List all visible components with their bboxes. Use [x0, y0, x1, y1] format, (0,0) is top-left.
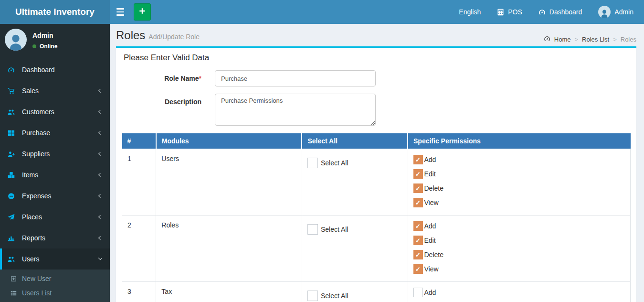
row-number: 2 — [122, 216, 156, 282]
select-all-checkbox[interactable] — [307, 224, 318, 235]
select-all-checkbox[interactable] — [307, 158, 318, 168]
nav-link-pos[interactable]: POS — [497, 8, 522, 16]
sidebar-item-reports[interactable]: Reports — [0, 227, 110, 248]
permission-checkbox[interactable] — [413, 221, 423, 231]
permission-view[interactable]: View — [413, 198, 625, 207]
select-all-label: Select All — [321, 226, 348, 233]
gauge-icon — [538, 9, 546, 16]
permission-checkbox[interactable] — [413, 198, 423, 207]
brand-logo[interactable]: Ultimate Inventory — [0, 0, 110, 24]
panel-title: Please Enter Valid Data — [116, 48, 636, 66]
cart-icon — [8, 87, 20, 95]
sidebar-item-expenses[interactable]: Expenses — [0, 185, 110, 206]
users-icon — [8, 108, 20, 116]
sidebar-item-dashboard[interactable]: Dashboard — [0, 59, 110, 80]
breadcrumb-separator: > — [574, 36, 578, 43]
table-row: 2RolesSelect AllAddEditDeleteView — [122, 216, 631, 282]
sidebar-item-customers[interactable]: Customers — [0, 101, 110, 122]
permission-checkbox[interactable] — [413, 250, 423, 259]
sidebar-item-users[interactable]: Users — [0, 248, 110, 270]
sidebar-subitem-roles-list[interactable]: Roles List — [0, 300, 110, 302]
table-header-specific-permissions: Specific Permissions — [408, 133, 631, 149]
permission-checkbox[interactable] — [413, 183, 423, 193]
permission-checkbox[interactable] — [413, 288, 423, 297]
role-name-input[interactable] — [215, 70, 376, 86]
online-status-icon — [32, 44, 36, 48]
user-plus-icon — [8, 151, 20, 158]
permission-checkbox[interactable] — [413, 236, 423, 245]
table-header-row: #ModulesSelect AllSpecific Permissions — [122, 133, 631, 149]
role-name-label: Role Name* — [122, 70, 201, 86]
chevron-left-icon — [98, 131, 103, 135]
table-header-num: # — [122, 133, 156, 149]
permission-delete[interactable]: Delete — [413, 250, 625, 259]
plus-square-icon — [11, 276, 22, 282]
row-number: 1 — [122, 149, 156, 216]
sidebar-submenu-users: New UserUsers ListRoles List — [0, 270, 110, 302]
nav-link-dashboard[interactable]: Dashboard — [538, 8, 582, 16]
sidebar-user-name: Admin — [32, 32, 57, 39]
page-title: Roles — [116, 29, 145, 42]
bar-chart-icon — [8, 235, 20, 242]
chevron-left-icon — [98, 173, 103, 177]
navbar-avatar — [598, 6, 611, 18]
permission-checkbox[interactable] — [413, 155, 423, 164]
page-subtitle: Add/Update Role — [148, 33, 200, 41]
minus-circle-icon — [8, 193, 20, 200]
permission-add[interactable]: Add — [413, 221, 625, 231]
breadcrumb-item-home[interactable]: Home — [554, 36, 571, 43]
sidebar-item-places[interactable]: Places — [0, 206, 110, 227]
sidebar-toggle-button[interactable] — [110, 0, 131, 24]
role-name-group: Role Name* — [122, 70, 631, 86]
chevron-left-icon — [98, 236, 103, 240]
permission-view[interactable]: View — [413, 264, 625, 274]
permission-checkbox[interactable] — [413, 264, 423, 274]
breadcrumb-separator: > — [613, 36, 617, 43]
nav-link-admin[interactable]: Admin — [598, 6, 633, 18]
user-avatar — [5, 29, 27, 51]
select-all-label: Select All — [321, 159, 348, 167]
chevron-left-icon — [98, 215, 103, 219]
main-content: RolesAdd/Update Role Home>Roles List>Rol… — [110, 24, 644, 302]
chevron-left-icon — [98, 194, 103, 198]
sidebar-subitem-users-list[interactable]: Users List — [0, 286, 110, 300]
navbar-body: EnglishPOSDashboardAdmin — [110, 0, 644, 24]
paper-plane-icon — [8, 214, 20, 221]
roles-panel: Please Enter Valid Data Role Name* Descr… — [116, 46, 636, 302]
breadcrumb-item-roles-list[interactable]: Roles List — [582, 36, 609, 43]
quick-add-button[interactable] — [134, 3, 151, 21]
sidebar-item-items[interactable]: Items — [0, 164, 110, 185]
sidebar-subitem-new-user[interactable]: New User — [0, 271, 110, 286]
permission-edit[interactable]: Edit — [413, 169, 625, 179]
permission-edit[interactable]: Edit — [413, 236, 625, 245]
select-all-checkbox[interactable] — [307, 291, 318, 301]
sidebar-item-purchase[interactable]: Purchase — [0, 122, 110, 143]
select-all-control[interactable]: Select All — [307, 291, 402, 301]
breadcrumb-item-roles: Roles — [621, 36, 636, 43]
module-name: Tax — [156, 282, 302, 302]
permission-checkbox[interactable] — [413, 169, 423, 179]
sidebar-menu: DashboardSalesCustomersPurchaseSuppliers… — [0, 59, 110, 302]
breadcrumb: Home>Roles List>Roles — [544, 35, 636, 43]
permission-delete[interactable]: Delete — [413, 183, 625, 193]
content-header: RolesAdd/Update Role Home>Roles List>Rol… — [110, 24, 644, 46]
top-navbar: Ultimate Inventory EnglishPOSDashboardAd… — [0, 0, 644, 24]
nav-link-english[interactable]: English — [459, 8, 481, 16]
chevron-left-icon — [98, 152, 103, 156]
description-textarea[interactable] — [215, 94, 376, 126]
select-all-control[interactable]: Select All — [307, 224, 402, 235]
chevron-left-icon — [98, 89, 103, 93]
permission-add[interactable]: Add — [413, 288, 625, 297]
table-row: 1UsersSelect AllAddEditDeleteView — [122, 149, 631, 216]
module-name: Users — [156, 149, 302, 216]
cubes-icon — [8, 172, 20, 179]
table-header-modules: Modules — [156, 133, 302, 149]
row-number: 3 — [122, 282, 156, 302]
plus-icon — [139, 8, 146, 16]
select-all-control[interactable]: Select All — [307, 158, 402, 168]
gauge-icon — [8, 66, 20, 74]
sidebar-item-suppliers[interactable]: Suppliers — [0, 143, 110, 164]
permission-add[interactable]: Add — [413, 155, 625, 164]
sidebar-user-status[interactable]: Online — [32, 43, 57, 50]
sidebar-item-sales[interactable]: Sales — [0, 80, 110, 101]
